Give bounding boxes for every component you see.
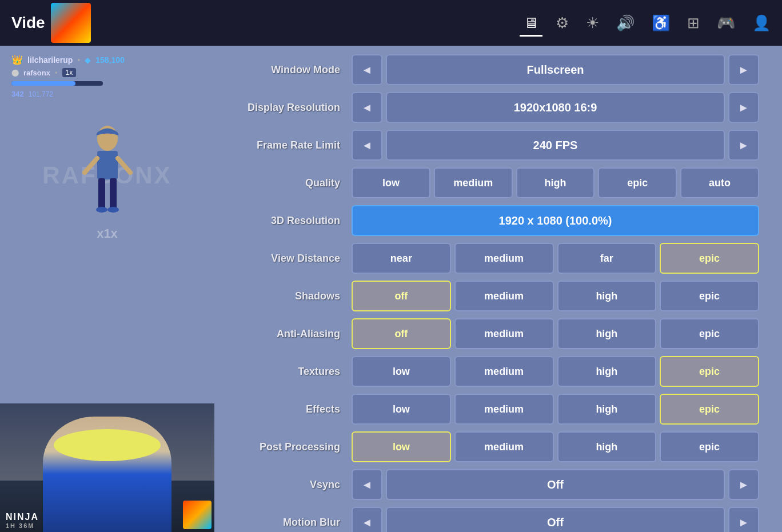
xp-amount: 101,772 <box>29 90 53 98</box>
shadows-btn-medium[interactable]: medium <box>454 281 554 311</box>
textures-btn-high[interactable]: high <box>557 356 657 387</box>
post-processing-btn-low[interactable]: low <box>352 431 451 462</box>
nav-volume-icon[interactable]: 🔊 <box>616 14 635 32</box>
nav-accessibility-icon[interactable]: ♿ <box>652 14 670 32</box>
separator1: • <box>77 55 80 65</box>
setting-label-textures: Textures <box>226 366 352 378</box>
setting-row-window-mode: Window Mode◄Fullscreen► <box>226 54 759 85</box>
nav-monitor-icon[interactable]: 🖥 <box>524 14 538 32</box>
vsync-right-arrow[interactable]: ► <box>728 469 759 500</box>
character-figure <box>73 121 142 238</box>
nav-controller2-icon[interactable]: ⊞ <box>687 14 700 32</box>
post-processing-btn-medium[interactable]: medium <box>454 431 554 462</box>
crown-icon: 👑 <box>11 54 23 65</box>
vsync-left-arrow[interactable]: ◄ <box>352 469 382 500</box>
setting-label-display-resolution: Display Resolution <box>226 102 352 114</box>
quality-btn-low[interactable]: low <box>352 167 430 198</box>
effects-btn-group: lowmediumhighepic <box>352 394 759 425</box>
xp-bar <box>11 81 103 86</box>
svg-line-7 <box>118 158 130 173</box>
nav-gamepad-icon[interactable]: 🎮 <box>717 14 735 32</box>
anti-aliasing-btn-high[interactable]: high <box>557 318 657 349</box>
view-distance-btn-far[interactable]: far <box>557 243 657 274</box>
post-processing-btn-epic[interactable]: epic <box>660 431 759 462</box>
character-svg <box>73 121 142 235</box>
friend-name: rafsonx <box>23 69 50 77</box>
window-mode-right-arrow[interactable]: ► <box>728 54 759 85</box>
separator2: • <box>55 69 58 77</box>
nav-brightness-icon[interactable]: ☀ <box>586 14 599 32</box>
view-distance-btn-epic[interactable]: epic <box>660 243 759 274</box>
effects-btn-high[interactable]: high <box>557 394 657 425</box>
vsync-value: Off <box>386 469 725 500</box>
motion-blur-left-arrow[interactable]: ◄ <box>352 507 382 532</box>
quality-btn-epic[interactable]: epic <box>598 167 677 198</box>
frame-rate-left-arrow[interactable]: ◄ <box>352 130 382 161</box>
setting-row-post-processing: Post Processinglowmediumhighepic <box>226 431 759 462</box>
setting-row-quality: Qualitylowmediumhighepicauto <box>226 167 759 198</box>
setting-control-anti-aliasing: offmediumhighepic <box>352 318 759 349</box>
page-title: Vide <box>11 14 45 32</box>
xp-bar-fill <box>11 81 75 86</box>
3d-resolution-value[interactable]: 1920 x 1080 (100.0%) <box>352 205 759 236</box>
svg-rect-3 <box>110 178 117 210</box>
setting-label-quality: Quality <box>226 177 352 189</box>
setting-control-vsync: ◄Off► <box>352 469 759 500</box>
view-distance-btn-medium[interactable]: medium <box>454 243 554 274</box>
textures-btn-epic[interactable]: epic <box>660 356 759 387</box>
motion-blur-right-arrow[interactable]: ► <box>728 507 759 532</box>
window-mode-left-arrow[interactable]: ◄ <box>352 54 382 85</box>
setting-label-view-distance: View Distance <box>226 253 352 265</box>
setting-row-view-distance: View Distancenearmediumfarepic <box>226 243 759 274</box>
username: lilcharilerup <box>27 55 73 65</box>
textures-btn-group: lowmediumhighepic <box>352 356 759 387</box>
top-bar: Vide 🖥 ⚙ ☀ 🔊 ♿ ⊞ 🎮 👤 <box>0 0 782 46</box>
post-processing-btn-high[interactable]: high <box>557 431 657 462</box>
textures-btn-low[interactable]: low <box>352 356 451 387</box>
setting-control-display-resolution: ◄1920x1080 16:9► <box>352 92 759 123</box>
effects-btn-low[interactable]: low <box>352 394 451 425</box>
user-row-secondary: ⬤ rafsonx • 1x <box>11 68 203 77</box>
quality-btn-high[interactable]: high <box>516 167 595 198</box>
display-resolution-value: 1920x1080 16:9 <box>386 92 725 123</box>
quality-btn-auto[interactable]: auto <box>680 167 759 198</box>
display-resolution-left-arrow[interactable]: ◄ <box>352 92 382 123</box>
settings-panel[interactable]: Window Mode◄Fullscreen►Display Resolutio… <box>214 46 782 532</box>
diamond-icon: ◆ <box>85 55 91 65</box>
anti-aliasing-btn-off[interactable]: off <box>352 318 451 349</box>
svg-point-5 <box>107 207 119 213</box>
frame-rate-right-arrow[interactable]: ► <box>728 130 759 161</box>
setting-row-frame-rate: Frame Rate Limit◄240 FPS► <box>226 130 759 161</box>
anti-aliasing-btn-epic[interactable]: epic <box>660 318 759 349</box>
avatar-thumbnail <box>51 3 91 43</box>
left-sidebar: 👑 lilcharilerup • ◆ 158,100 ⬤ rafsonx • … <box>0 46 214 532</box>
effects-btn-medium[interactable]: medium <box>454 394 554 425</box>
anti-aliasing-btn-medium[interactable]: medium <box>454 318 554 349</box>
setting-row-vsync: Vsync◄Off► <box>226 469 759 500</box>
shadows-btn-off[interactable]: off <box>352 281 451 311</box>
setting-row-display-resolution: Display Resolution◄1920x1080 16:9► <box>226 92 759 123</box>
anti-aliasing-btn-group: offmediumhighepic <box>352 318 759 349</box>
effects-btn-epic[interactable]: epic <box>660 394 759 425</box>
setting-label-shadows: Shadows <box>226 290 352 302</box>
view-distance-btn-near[interactable]: near <box>352 243 451 274</box>
setting-row-3d-resolution: 3D Resolution1920 x 1080 (100.0%) <box>226 205 759 236</box>
shadows-btn-high[interactable]: high <box>557 281 657 311</box>
thumbnail-corner <box>183 501 212 529</box>
webcam-hair <box>54 429 161 461</box>
nav-gear-icon[interactable]: ⚙ <box>556 14 569 32</box>
display-resolution-right-arrow[interactable]: ► <box>728 92 759 123</box>
quality-btn-medium[interactable]: medium <box>434 167 513 198</box>
motion-blur-value: Off <box>386 507 725 532</box>
setting-control-frame-rate: ◄240 FPS► <box>352 130 759 161</box>
textures-btn-medium[interactable]: medium <box>454 356 554 387</box>
frame-rate-value: 240 FPS <box>386 130 725 161</box>
setting-row-motion-blur: Motion Blur◄Off► <box>226 507 759 532</box>
svg-point-4 <box>96 207 107 213</box>
setting-label-post-processing: Post Processing <box>226 441 352 453</box>
nav-profile-icon[interactable]: 👤 <box>752 14 771 32</box>
character-area: RAFSONX x1x <box>0 104 214 247</box>
setting-label-vsync: Vsync <box>226 479 352 491</box>
svg-line-6 <box>85 158 97 173</box>
shadows-btn-epic[interactable]: epic <box>660 281 759 311</box>
